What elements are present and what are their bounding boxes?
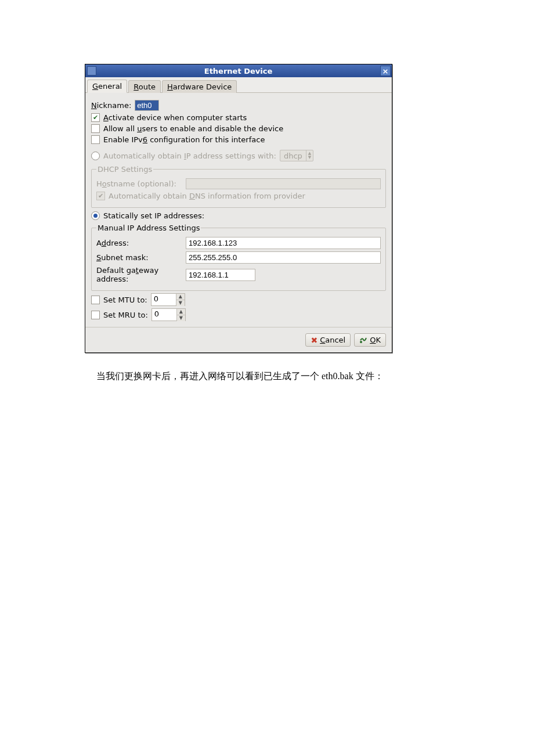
ipv6-label: Enable IPv6 configuration for this inter… <box>103 135 265 144</box>
manual-ip-group: Manual IP Address Settings Address: Subn… <box>91 224 386 291</box>
allow-users-label: Allow all users to enable and disable th… <box>103 124 283 133</box>
gateway-input[interactable] <box>186 269 255 281</box>
down-arrow-icon[interactable]: ▼ <box>176 300 185 306</box>
cancel-icon: ✖ <box>311 336 317 344</box>
cancel-button[interactable]: ✖ Cancel <box>305 333 351 347</box>
tab-body-general: Nickname: ✔ Activate device when compute… <box>85 93 392 327</box>
subnet-label: Subnet mask: <box>96 253 186 262</box>
auto-dns-label: Automatically obtain DNS information fro… <box>109 192 305 200</box>
updown-icon: ▲▼ <box>306 152 313 160</box>
window-title: Ethernet Device <box>96 67 380 75</box>
button-bar: ✖ Cancel OK <box>85 327 392 352</box>
tab-general[interactable]: General <box>87 80 127 93</box>
mru-label: Set MRU to: <box>103 311 148 319</box>
down-arrow-icon[interactable]: ▼ <box>177 315 185 321</box>
mru-checkbox[interactable] <box>91 311 100 319</box>
mru-spinbox[interactable]: 0 ▲▼ <box>151 308 186 321</box>
tabs: General Route Hardware Device <box>85 77 392 93</box>
nickname-input[interactable] <box>135 100 159 111</box>
titlebar: Ethernet Device × <box>85 64 392 77</box>
allow-users-checkbox[interactable] <box>91 124 100 133</box>
app-icon <box>87 66 96 75</box>
ip-auto-label: Automatically obtain IP address settings… <box>103 152 276 160</box>
subnet-input[interactable] <box>186 251 381 264</box>
up-arrow-icon[interactable]: ▲ <box>176 294 185 300</box>
ip-static-radio[interactable] <box>91 211 100 220</box>
ip-static-label: Statically set IP addresses: <box>103 211 204 220</box>
svg-point-0 <box>360 341 362 343</box>
caption-text: 当我们更换网卡后，再进入网络可以看到已生成了一个 eth0.bak 文件： <box>96 370 449 383</box>
ok-icon <box>359 336 367 344</box>
ethernet-device-dialog: Ethernet Device × General Route Hardware… <box>85 64 392 353</box>
mtu-spinbox[interactable]: 0 ▲▼ <box>151 293 185 306</box>
manual-legend: Manual IP Address Settings <box>96 224 201 232</box>
nickname-label: Nickname: <box>91 101 131 110</box>
activate-label: Activate device when computer starts <box>103 113 247 122</box>
tab-route[interactable]: Route <box>128 80 161 93</box>
ipv6-checkbox[interactable] <box>91 135 100 144</box>
ok-button[interactable]: OK <box>354 333 386 347</box>
dhcp-settings-group: DHCP Settings Hostname (optional): ✔ Aut… <box>91 165 386 208</box>
address-input[interactable] <box>186 237 381 249</box>
activate-checkbox[interactable]: ✔ <box>91 113 100 122</box>
gateway-label: Default gateway address: <box>96 266 186 283</box>
close-button[interactable]: × <box>380 66 391 76</box>
up-arrow-icon[interactable]: ▲ <box>177 309 185 315</box>
ip-auto-radio[interactable] <box>91 152 100 160</box>
hostname-input <box>186 178 381 189</box>
mtu-checkbox[interactable] <box>91 296 100 304</box>
dhcp-legend: DHCP Settings <box>96 165 153 174</box>
mtu-label: Set MTU to: <box>103 296 147 304</box>
hostname-label: Hostname (optional): <box>96 179 186 188</box>
address-label: Address: <box>96 239 186 247</box>
tab-hardware[interactable]: Hardware Device <box>162 80 237 93</box>
auto-dns-checkbox: ✔ <box>96 192 105 200</box>
dhcp-method-select: dhcp ▲▼ <box>280 150 313 161</box>
